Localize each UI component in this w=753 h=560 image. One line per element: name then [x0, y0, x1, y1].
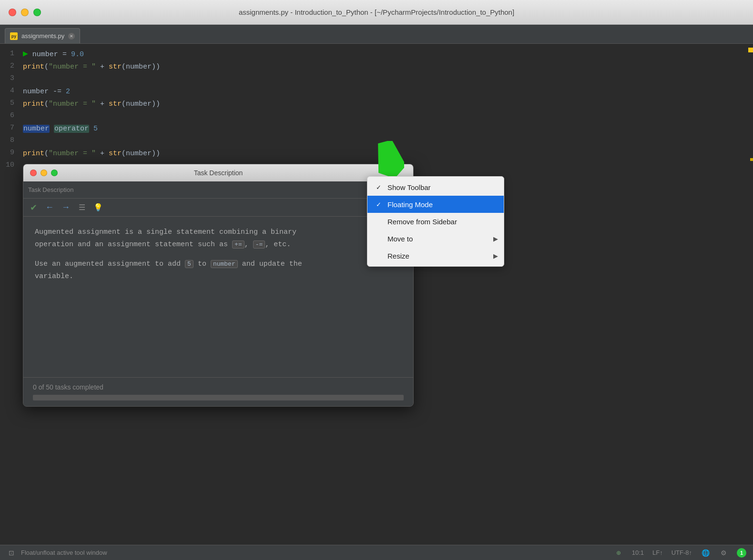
submenu-arrow-2-icon: ▶	[493, 252, 498, 260]
globe-icon: 🌐	[701, 548, 710, 558]
menu-item-show-toolbar[interactable]: ✓ Show Toolbar	[367, 179, 504, 196]
git-icon: ⊕	[614, 548, 623, 558]
menu-item-move-to[interactable]: Move to ▶	[367, 230, 504, 247]
code-line-1: ▶ number = 9.0	[23, 48, 753, 61]
line-num: 3	[0, 72, 14, 85]
no-check-3-icon	[376, 252, 384, 260]
line-num: 6	[0, 110, 14, 122]
maximize-button[interactable]	[33, 9, 41, 16]
task-window-controls	[30, 170, 58, 176]
code-line-6	[23, 110, 753, 123]
notification-badge[interactable]: 1	[737, 548, 746, 558]
menu-item-remove-sidebar[interactable]: Remove from Sidebar	[367, 213, 504, 230]
line-num: 8	[0, 134, 14, 147]
line-numbers: 1 2 3 4 5 6 7 8 9 10	[0, 44, 19, 191]
menu-label-show-toolbar: Show Toolbar	[387, 183, 431, 191]
context-menu: ✓ Show Toolbar ✓ Floating Mode Remove fr…	[367, 176, 504, 267]
bulb-toolbar-icon[interactable]: 💡	[93, 202, 103, 213]
task-description-2: Use an augmented assignment to add 5 to …	[35, 258, 402, 282]
task-minimize-button[interactable]	[41, 170, 47, 176]
line-num: 1	[0, 48, 14, 60]
task-header: Task Description ⚙ →|	[23, 181, 413, 199]
minimize-button[interactable]	[21, 9, 29, 16]
window-title: assignments.py - Introduction_to_Python …	[239, 8, 514, 16]
list-toolbar-icon[interactable]: ☰	[77, 202, 87, 213]
check-toolbar-icon[interactable]: ✔	[28, 202, 39, 213]
status-right: ⊕ 10:1 LF↑ UTF-8↑ 🌐 ⚙ 1	[614, 548, 746, 558]
scroll-line-marker	[750, 158, 753, 161]
no-check-icon	[376, 218, 384, 225]
code-sample-2: -=	[253, 240, 265, 249]
tab-label: assignments.py	[21, 32, 64, 40]
menu-label-move-to: Move to	[387, 235, 413, 243]
code-sample-1: +=	[232, 240, 244, 249]
task-description-window: Task Description Task Description ⚙ →| ✔…	[23, 164, 414, 407]
close-button[interactable]	[9, 9, 16, 16]
svg-marker-0	[376, 141, 404, 179]
line-num: 2	[0, 60, 14, 72]
line-num: 7	[0, 122, 14, 134]
green-arrow-indicator	[376, 141, 404, 181]
status-text: Float/unfloat active tool window	[21, 549, 107, 556]
status-left: ⊡ Float/unfloat active tool window	[7, 548, 107, 558]
scroll-marker	[748, 48, 753, 52]
file-tab[interactable]: py assignments.py ✕	[5, 28, 80, 43]
menu-label-floating-mode: Floating Mode	[387, 200, 433, 209]
progress-label: 0 of 50 tasks completed	[33, 383, 404, 391]
code-sample-4: number	[211, 260, 238, 268]
line-num: 5	[0, 97, 14, 110]
run-arrow-icon: ▶	[23, 49, 28, 59]
tab-close-button[interactable]: ✕	[68, 33, 75, 40]
code-line-4: number -= 2	[23, 86, 753, 98]
title-bar: assignments.py - Introduction_to_Python …	[0, 0, 753, 25]
submenu-arrow-icon: ▶	[493, 235, 498, 242]
position-indicator: 10:1	[632, 549, 644, 556]
task-window-title: Task Description	[194, 169, 243, 177]
checkmark-icon: ✓	[376, 184, 384, 191]
code-line-2: print("number = " + str(number))	[23, 61, 753, 73]
task-header-label: Task Description	[28, 186, 73, 193]
code-sample-3: 5	[185, 260, 193, 268]
checkmark-active-icon: ✓	[376, 201, 384, 208]
task-maximize-button[interactable]	[51, 170, 58, 176]
line-ending-indicator: LF↑	[652, 549, 663, 556]
code-line-3	[23, 73, 753, 86]
task-body: Augmented assignment is a single stateme…	[23, 217, 413, 300]
task-title-bar: Task Description	[23, 164, 413, 181]
line-num: 4	[0, 85, 14, 97]
menu-item-floating-mode[interactable]: ✓ Floating Mode	[367, 196, 504, 213]
line-num: 10	[0, 159, 14, 171]
encoding-indicator: UTF-8↑	[672, 549, 692, 556]
status-bar: ⊡ Float/unfloat active tool window ⊕ 10:…	[0, 545, 753, 560]
tab-bar: py assignments.py ✕	[0, 25, 753, 44]
code-line-5: print("number = " + str(number))	[23, 98, 753, 110]
progress-bar	[33, 395, 404, 400]
file-icon: py	[10, 32, 18, 40]
line-num: 9	[0, 147, 14, 159]
menu-label-remove-sidebar: Remove from Sidebar	[387, 218, 457, 226]
window-controls	[9, 9, 41, 16]
task-description-1: Augmented assignment is a single stateme…	[35, 226, 402, 250]
menu-label-resize: Resize	[387, 252, 409, 260]
status-window-icon: ⊡	[7, 548, 16, 558]
settings-icon: ⚙	[719, 548, 728, 558]
menu-item-resize[interactable]: Resize ▶	[367, 247, 504, 264]
task-close-button[interactable]	[30, 170, 37, 176]
forward-toolbar-icon[interactable]: →	[61, 202, 71, 213]
task-toolbar: ✔ ← → ☰ 💡	[23, 199, 413, 217]
code-line-7: number operator 5	[23, 123, 753, 135]
task-footer: 0 of 50 tasks completed	[23, 377, 413, 406]
no-check-2-icon	[376, 235, 384, 242]
back-toolbar-icon[interactable]: ←	[44, 202, 55, 213]
